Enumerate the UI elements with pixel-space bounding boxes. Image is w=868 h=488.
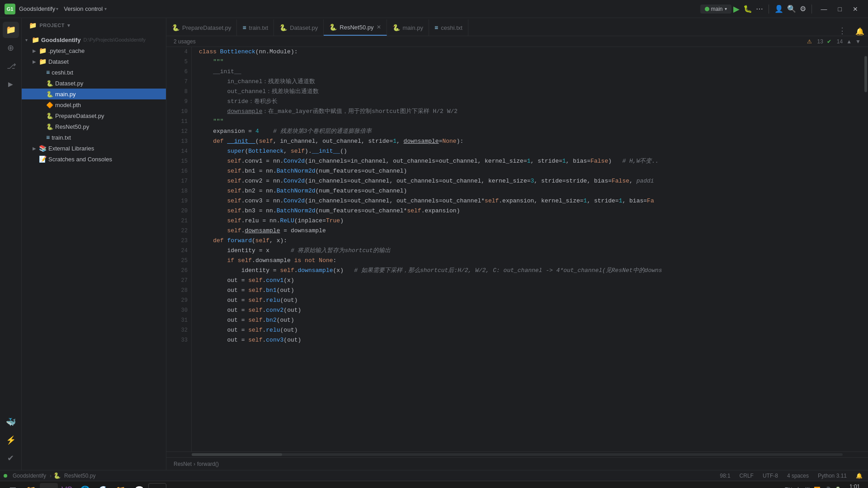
code-line-22: self.downsample = downsample <box>199 226 863 236</box>
tree-item-external-libraries[interactable]: ▶ 📚 External Libraries <box>22 143 166 154</box>
close-button[interactable]: ✕ <box>847 0 863 18</box>
statusbar-project[interactable]: GoodsIdentify <box>11 473 48 479</box>
tab-dataset[interactable]: 🐍 Dataset.py <box>274 19 324 36</box>
taskbar-terminal[interactable]: ▬ <box>40 483 58 488</box>
tree-item-scratches[interactable]: 📝 Scratches and Consoles <box>22 154 166 164</box>
tree-item-ceshi-txt[interactable]: ≡ ceshi.txt <box>22 67 166 78</box>
statusbar-lang[interactable]: Python 3.11 <box>816 473 849 479</box>
tab-main[interactable]: 🐍 main.py <box>387 19 429 36</box>
scroll-thumb[interactable] <box>864 56 867 92</box>
systray: ▲ EN 中 拼 📶 🔊 🔋 1:01 2024/7/6 <box>777 483 864 488</box>
code-line-8: out_channel：残差块输出通道数 <box>199 87 863 97</box>
tree-item-preparedataset-py[interactable]: 🐍 PrepareDataset.py <box>22 110 166 121</box>
tab-train[interactable]: ≡ train.txt <box>237 19 274 36</box>
code-line-16: self.bn1 = nn.BatchNorm2d(num_features=o… <box>199 166 863 176</box>
statusbar-position[interactable]: 98:1 <box>718 473 732 479</box>
code-line-12: expansion = 4 # 残差块第3个卷积层的通道膨胀倍率 <box>199 127 863 136</box>
activity-bar: 📁 ⊕ ⎇ ▶ 🐳 ⚡ ✔ <box>0 18 22 470</box>
code-line-32: out = self.relu(out) <box>199 325 863 335</box>
tree-item-model-pth[interactable]: 🔶 model.pth <box>22 99 166 110</box>
code-line-33: out = self.conv3(out) <box>199 335 863 345</box>
app-logo: G1 <box>5 4 15 14</box>
maximize-button[interactable]: □ <box>833 0 847 18</box>
settings-button[interactable]: ⚙ <box>800 5 806 13</box>
sidebar-header: 📁 Project ▾ <box>22 18 166 33</box>
minimize-button[interactable]: — <box>816 0 833 18</box>
code-line-10: downsample：在_make_layer函数中赋值，用于控制shortcu… <box>199 107 863 117</box>
folder-icon: 📁 <box>32 36 39 43</box>
code-line-15: self.conv1 = nn.Conv2d(in_channels=in_ch… <box>199 156 863 166</box>
run-button[interactable]: ▶ <box>733 4 740 14</box>
tree-item-resnet50-py[interactable]: 🐍 ResNet50.py <box>22 121 166 132</box>
taskbar-vs[interactable]: VS <box>58 483 76 488</box>
code-line-7: in_channel：残差块输入通道数 <box>199 77 863 87</box>
systray-clock[interactable]: 1:01 2024/7/6 <box>845 483 864 488</box>
code-line-20: self.bn3 = nn.BatchNorm2d(num_features=o… <box>199 206 863 216</box>
activity-git-button[interactable]: ⎇ <box>3 58 19 74</box>
activity-folder-button[interactable]: 📁 <box>3 22 19 38</box>
taskbar-edge[interactable]: 🌊 <box>94 483 112 488</box>
systray-ime-mode[interactable]: 拼 <box>805 486 810 488</box>
code-line-25: if self.downsample is not None: <box>199 256 863 266</box>
taskbar: ⊞ 📁 ▬ VS 🌐 🌊 📂 💬 PC ▲ EN 中 拼 📶 🔊 🔋 1:01 … <box>0 481 868 488</box>
activity-run-button[interactable]: ▶ <box>3 76 19 92</box>
code-line-21: self.relu = nn.ReLU(inplace=True) <box>199 216 863 226</box>
code-line-24: identity = x # 将原始输入暂存为shortcut的输出 <box>199 246 863 256</box>
project-dropdown-arrow[interactable]: ▾ <box>56 6 58 11</box>
version-control-button[interactable]: Version control ▾ <box>64 5 107 12</box>
code-line-17: self.conv2 = nn.Conv2d(in_channels=out_c… <box>199 176 863 186</box>
project-name-label[interactable]: GoodsIdentify <box>19 5 55 12</box>
taskbar-browser1[interactable]: 🌐 <box>76 483 94 488</box>
code-line-11: """ <box>199 117 863 127</box>
tab-ceshi[interactable]: ≡ ceshi.txt <box>429 19 468 36</box>
editor-scrollbar[interactable] <box>863 47 868 451</box>
statusbar-indent[interactable]: 4 spaces <box>785 473 811 479</box>
statusbar-file[interactable]: ResNet50.py <box>62 473 97 479</box>
activity-endpoints-button[interactable]: ⚡ <box>3 432 19 448</box>
statusbar-notification[interactable]: 🔔 <box>854 473 864 479</box>
search-button[interactable]: 🔍 <box>787 5 796 13</box>
taskbar-pycharm[interactable]: PC <box>148 483 166 488</box>
activity-docker-button[interactable]: 🐳 <box>3 414 19 430</box>
code-line-28: out = self.bn1(out) <box>199 286 863 296</box>
breadcrumb: ResNet › forward() <box>166 457 868 470</box>
activity-commit-button[interactable]: ✔ <box>3 450 19 466</box>
statusbar-encoding[interactable]: UTF-8 <box>761 473 780 479</box>
breadcrumb-method[interactable]: forward() <box>197 461 219 467</box>
tab-bar: 🐍 PrepareDataset.py ≡ train.txt 🐍 Datase… <box>166 18 868 36</box>
notification-bell[interactable]: 🔔 <box>852 27 868 36</box>
branch-name: main <box>711 6 723 12</box>
code-line-18: self.bn2 = nn.BatchNorm2d(num_features=o… <box>199 186 863 196</box>
tree-item-dataset-folder[interactable]: ▶ 📁 Dataset <box>22 56 166 67</box>
code-line-23: def forward(self, x): <box>199 236 863 246</box>
tab-close-icon[interactable]: ✕ <box>377 24 381 30</box>
code-line-19: self.conv3 = nn.Conv2d(in_channels=out_c… <box>199 196 863 206</box>
tree-item-main-py[interactable]: 🐍 main.py <box>22 89 166 99</box>
breadcrumb-file[interactable]: ResNet <box>174 461 192 467</box>
sidebar-project-label: Project <box>40 23 65 28</box>
code-editor[interactable]: class Bottleneck(nn.Module): """ __init_… <box>192 47 863 451</box>
statusbar-linesep[interactable]: CRLF <box>738 473 755 479</box>
tree-item-pytest-cache[interactable]: ▶ 📁 .pytest_cache <box>22 45 166 56</box>
branch-selector[interactable]: main ▾ <box>700 5 731 14</box>
activity-search-button[interactable]: ⊕ <box>3 40 19 56</box>
debug-button[interactable]: 🐛 <box>743 5 752 13</box>
taskbar-files[interactable]: 📂 <box>112 483 130 488</box>
code-line-4: class Bottleneck(nn.Module): <box>199 47 863 57</box>
sidebar-tree: ▾ 📁 GoodsIdentify D:\PyProjects\GoodsIde… <box>22 33 166 470</box>
statusbar: GoodsIdentify › 🐍 ResNet50.py 98:1 CRLF … <box>0 470 868 481</box>
tree-item-goodsidentify[interactable]: ▾ 📁 GoodsIdentify D:\PyProjects\GoodsIde… <box>22 34 166 45</box>
tree-item-dataset-py[interactable]: 🐍 Dataset.py <box>22 78 166 89</box>
taskbar-explorer[interactable]: 📁 <box>22 483 40 488</box>
tree-item-train-txt[interactable]: ≡ train.txt <box>22 132 166 143</box>
tab-more-button[interactable]: ⋮ <box>833 26 852 36</box>
new-folder-icon: 📁 <box>29 22 37 29</box>
profile-button[interactable]: 👤 <box>774 5 783 13</box>
tab-resnet50[interactable]: 🐍 ResNet50.py ✕ <box>324 19 387 36</box>
tab-preparedataset[interactable]: 🐍 PrepareDataset.py <box>166 19 237 36</box>
taskbar-wechat[interactable]: 💬 <box>130 483 148 488</box>
start-button[interactable]: ⊞ <box>4 483 22 488</box>
editor-content: 4 5 6 7 8 9 10 11 12 13 14 15 16 17 18 1… <box>166 47 868 451</box>
more-actions-button[interactable]: ⋯ <box>756 5 763 13</box>
systray-ime-zh[interactable]: 中 <box>796 486 801 488</box>
